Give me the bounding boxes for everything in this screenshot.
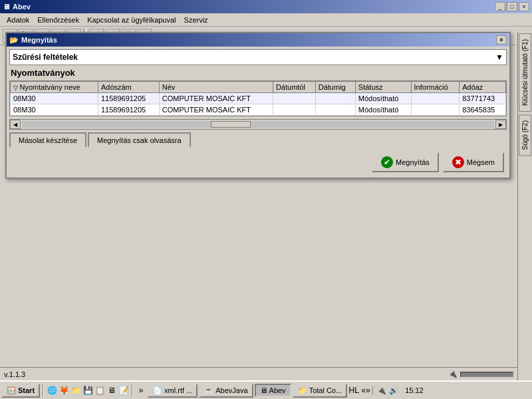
scroll-right-btn[interactable]: ▶	[495, 120, 506, 129]
menu-kapcsolat[interactable]: Kapcsolat az ügyfélkapuval	[83, 15, 180, 25]
status-slider[interactable]	[460, 372, 513, 377]
taskbar-icon-1[interactable]: 🌐	[47, 385, 57, 396]
data-table: Nyomtatvány neve Adószám Név Dátumtól Dá…	[10, 81, 506, 116]
taskbar-icon-5[interactable]: 📋	[94, 385, 105, 396]
open-button[interactable]: ✔ Megnyítás	[372, 152, 439, 172]
cancel-icon: ✖	[452, 156, 464, 168]
taskbar-icon-6[interactable]: 🖥	[106, 385, 117, 396]
taskbar-app-abevjava-label: AbevJava	[215, 386, 247, 394]
status-icons: 🔌	[448, 370, 513, 378]
windows-icon: 🪟	[7, 386, 16, 395]
table-cell	[273, 93, 315, 104]
taskbar-sep	[43, 383, 44, 398]
taskbar-app-xml-label: xml.rtf ...	[164, 386, 192, 394]
table-cell: 83771743	[460, 93, 506, 104]
taskbar: 🪟 Start 🌐 🦊 📁 💾 📋 🖥 📝 » 📄 xml.rtf ... ☕ …	[0, 380, 532, 399]
minimize-button[interactable]: _	[495, 2, 505, 11]
scroll-track[interactable]	[22, 121, 494, 128]
filter-label: Szűrési feltételek	[13, 53, 78, 62]
col-adoszam[interactable]: Adószám	[98, 82, 159, 93]
start-label: Start	[18, 386, 35, 394]
start-button[interactable]: 🪟 Start	[1, 384, 40, 398]
taskbar-icon-7[interactable]: 📝	[118, 385, 129, 396]
menu-bar: Adatok Ellenőrzések Kapcsolat az ügyfélk…	[0, 13, 532, 27]
table-cell: Módosítható	[355, 104, 411, 116]
col-adoaz[interactable]: Adóaz	[460, 82, 506, 93]
menu-adatok[interactable]: Adatok	[3, 15, 33, 25]
dialog-title-label: Megnyitás	[21, 36, 57, 44]
copy-tab-btn[interactable]: Másolat készítése	[9, 132, 86, 147]
taskbar-app-total-label: Total Co...	[309, 386, 342, 394]
table-cell: 11589691205	[98, 104, 159, 116]
open-icon: ✔	[381, 156, 393, 168]
section-title: Nyomtatványok	[9, 68, 507, 78]
menu-ellenorzesek[interactable]: Ellenőrzések	[33, 15, 83, 25]
col-nev[interactable]: Név	[159, 82, 273, 93]
dialog-title-icon: 📂	[9, 36, 19, 45]
table-cell: Módosítható	[355, 93, 411, 104]
taskbar-tray: 🔌 🔊 15:12	[372, 386, 432, 395]
table-cell	[273, 104, 315, 116]
taskbar-icon-3[interactable]: 📁	[70, 385, 81, 396]
table-cell	[411, 93, 460, 104]
taskbar-app-abev-label: Abev	[269, 386, 286, 394]
table-cell	[315, 93, 355, 104]
sidebar-help-f2-btn[interactable]: Súgó (F2)	[519, 114, 531, 156]
taskbar-icon-8[interactable]: »	[136, 385, 146, 396]
status-bar: v.1.1.3 🔌	[0, 367, 517, 380]
table-cell: 11589691205	[98, 93, 159, 104]
taskbar-app-abevjava[interactable]: ☕ AbevJava	[199, 384, 253, 398]
col-nyomtatvany[interactable]: Nyomtatvány neve	[11, 82, 98, 93]
table-cell: 83645835	[460, 104, 506, 116]
scroll-left-btn[interactable]: ◀	[10, 120, 21, 129]
col-statusz[interactable]: Státusz	[355, 82, 411, 93]
tray-icon-2: 🔊	[389, 386, 398, 395]
filter-section: Szűrési feltételek ▼	[9, 49, 507, 65]
version-label: v.1.1.3	[4, 370, 25, 378]
open-dialog: 📂 Megnyitás × Szűrési feltételek ▼ Nyomt…	[5, 32, 511, 179]
cancel-label: Mégsem	[467, 158, 495, 166]
menu-szerviz[interactable]: Szerviz	[180, 15, 212, 25]
close-button[interactable]: ×	[519, 2, 529, 11]
taskbar-app-abevjava-icon: ☕	[204, 386, 213, 395]
table-section: Nyomtatványok Nyomtatvány neve Adószám N…	[9, 68, 507, 116]
scroll-thumb[interactable]	[211, 121, 251, 128]
col-informacio[interactable]: Információ	[411, 82, 460, 93]
window-icon: 🖥	[3, 3, 10, 11]
dialog-title-bar: 📂 Megnyitás ×	[7, 33, 509, 47]
dialog-close-button[interactable]: ×	[496, 35, 507, 45]
maximize-button[interactable]: □	[507, 2, 517, 11]
table-cell: COMPUTER MOSAIC KFT	[159, 93, 273, 104]
col-datumig[interactable]: Dátumig	[315, 82, 355, 93]
cancel-button[interactable]: ✖ Mégsem	[443, 152, 504, 172]
taskbar-app-xml[interactable]: 📄 xml.rtf ...	[148, 384, 198, 398]
taskbar-app-abev-icon: 🖥	[260, 386, 267, 394]
sidebar-help-f1-btn[interactable]: Kiücsési útmutató (F1)	[519, 33, 531, 112]
col-datumtol[interactable]: Dátumtól	[273, 82, 315, 93]
taskbar-icon-4[interactable]: 💾	[82, 385, 93, 396]
right-sidebar: Kiücsési útmutató (F1) Súgó (F2)	[517, 32, 532, 380]
readonly-tab-btn[interactable]: Megnyítás csak olvasásra	[88, 132, 191, 147]
taskbar-icon-2[interactable]: 🦊	[59, 385, 69, 396]
taskbar-app-total-icon: 📁	[298, 386, 307, 395]
table-row[interactable]: 08M3011589691205COMPUTER MOSAIC KFTMódos…	[11, 93, 506, 104]
action-buttons: ✔ Megnyítás ✖ Mégsem	[7, 147, 509, 178]
table-cell: 08M30	[11, 104, 98, 116]
table-row[interactable]: 08M3011589691205COMPUTER MOSAIC KFTMódos…	[11, 104, 506, 116]
open-label: Megnyítás	[396, 158, 430, 166]
window-title: Abev	[13, 3, 31, 11]
taskbar-icon-hl[interactable]: HL	[348, 385, 359, 396]
status-icon-1: 🔌	[448, 370, 458, 378]
tray-icon-1: 🔌	[377, 386, 386, 395]
filter-toggle-btn[interactable]: ▼	[495, 53, 503, 62]
table-cell	[411, 104, 460, 116]
table-cell	[315, 104, 355, 116]
taskbar-app-total[interactable]: 📁 Total Co...	[293, 384, 348, 398]
taskbar-app-xml-icon: 📄	[153, 386, 162, 395]
taskbar-app-abev[interactable]: 🖥 Abev	[255, 384, 291, 397]
horizontal-scrollbar[interactable]: ◀ ▶	[9, 119, 507, 130]
taskbar-icon-arrows[interactable]: «»	[360, 385, 371, 396]
table-cell: COMPUTER MOSAIC KFT	[159, 104, 273, 116]
bottom-tabs: Másolat készítése Megnyítás csak olvasás…	[7, 130, 509, 147]
table-cell: 08M30	[11, 93, 98, 104]
